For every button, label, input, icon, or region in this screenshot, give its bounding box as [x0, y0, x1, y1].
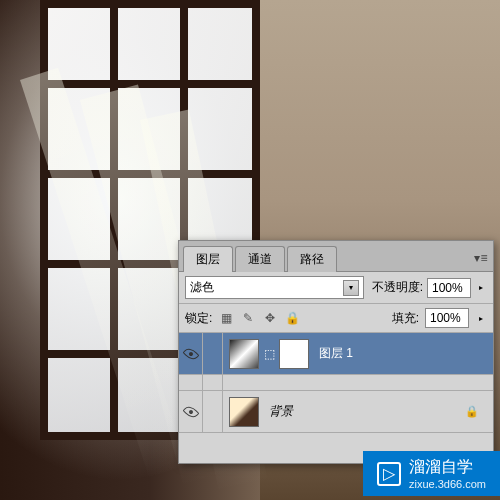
blend-mode-value: 滤色: [190, 279, 214, 296]
link-column[interactable]: [203, 333, 223, 374]
visibility-toggle[interactable]: [179, 333, 203, 374]
opacity-input[interactable]: 100%: [427, 278, 471, 298]
tab-layers[interactable]: 图层: [183, 246, 233, 272]
eye-icon: [182, 345, 199, 362]
lock-position-icon[interactable]: ✥: [262, 310, 278, 326]
watermark-text: 溜溜自学: [409, 457, 486, 478]
layer-row-background[interactable]: 背景 🔒: [179, 391, 493, 433]
layers-panel: 图层 通道 路径 ▾≡ 滤色 ▾ 不透明度: 100% ▸ 锁定: ▦ ✎ ✥ …: [178, 240, 494, 464]
layer-name[interactable]: 图层 1: [319, 345, 353, 362]
blend-mode-select[interactable]: 滤色 ▾: [185, 276, 364, 299]
mask-thumbnail[interactable]: [279, 339, 309, 369]
watermark: ▷ 溜溜自学 zixue.3d66.com: [363, 451, 500, 496]
eye-icon: [182, 403, 199, 420]
layer-thumbnail[interactable]: [229, 397, 259, 427]
opacity-slider-icon[interactable]: ▸: [475, 283, 487, 292]
tab-channels[interactable]: 通道: [235, 246, 285, 272]
watermark-url: zixue.3d66.com: [409, 478, 486, 490]
play-icon: ▷: [377, 462, 401, 486]
tab-paths[interactable]: 路径: [287, 246, 337, 272]
layer-content: 背景 🔒: [223, 391, 493, 432]
mask-link-icon[interactable]: ⬚: [265, 350, 273, 358]
visibility-toggle[interactable]: [179, 391, 203, 432]
lock-pixels-icon[interactable]: ✎: [240, 310, 256, 326]
dropdown-arrow-icon: ▾: [343, 280, 359, 296]
fill-input[interactable]: 100%: [425, 308, 469, 328]
layer-name[interactable]: 背景: [269, 403, 293, 420]
lock-fill-row: 锁定: ▦ ✎ ✥ 🔒 填充: 100% ▸: [179, 304, 493, 333]
link-col-spacer: [203, 375, 223, 391]
layer-spacer: [179, 375, 493, 391]
opacity-label: 不透明度:: [372, 279, 423, 296]
fill-label: 填充:: [392, 310, 419, 327]
layer-thumbnail[interactable]: [229, 339, 259, 369]
lock-label: 锁定:: [185, 310, 212, 327]
lock-icon: 🔒: [465, 405, 479, 418]
fill-slider-icon[interactable]: ▸: [475, 314, 487, 323]
lock-all-icon[interactable]: 🔒: [284, 310, 300, 326]
link-column[interactable]: [203, 391, 223, 432]
layers-list: ⬚ 图层 1 背景 🔒: [179, 333, 493, 463]
lock-icons-group: ▦ ✎ ✥ 🔒: [218, 310, 300, 326]
layer-content: ⬚ 图层 1: [223, 333, 493, 374]
layer-row-1[interactable]: ⬚ 图层 1: [179, 333, 493, 375]
lock-transparency-icon[interactable]: ▦: [218, 310, 234, 326]
visibility-col-spacer: [179, 375, 203, 391]
panel-menu-icon[interactable]: ▾≡: [473, 245, 489, 271]
blend-opacity-row: 滤色 ▾ 不透明度: 100% ▸: [179, 272, 493, 304]
panel-tabs: 图层 通道 路径 ▾≡: [179, 241, 493, 272]
